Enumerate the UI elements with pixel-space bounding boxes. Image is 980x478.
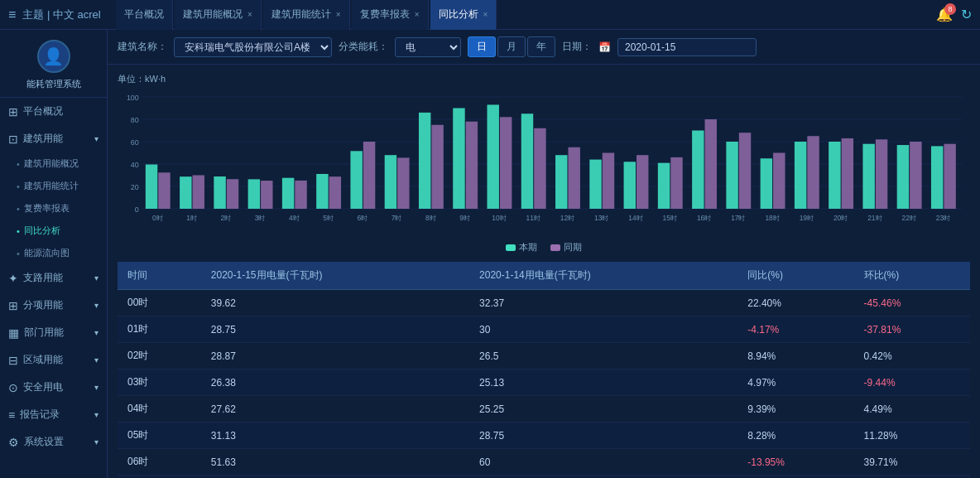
tab-close-icon[interactable]: × [247,10,252,19]
menu-icon: ⊟ [8,354,18,367]
avatar: 👤 [37,40,70,73]
calendar-icon: 📅 [598,41,611,53]
table-cell: 22.40% [737,290,853,316]
tab-close-icon[interactable]: × [483,10,488,19]
chart-legend: 本期 同期 [118,241,970,253]
table-cell: 51.63 [201,449,469,476]
table-cell: 39.62 [201,290,469,316]
sidebar-item-建筑用能[interactable]: ⊡建筑用能▾ [0,125,107,152]
svg-rect-48 [555,155,567,209]
sidebar-item-系统设置[interactable]: ⚙系统设置▾ [0,428,107,456]
date-btn-年[interactable]: 年 [527,36,555,57]
svg-rect-54 [624,162,636,209]
svg-text:60: 60 [131,138,139,147]
sidebar-item-区域用能[interactable]: ⊟区域用能▾ [0,346,107,374]
top-bar-brand: ≡ 主题 | 中文 acrel [8,7,116,22]
svg-text:18时: 18时 [765,214,779,222]
chevron-down-icon: ▾ [94,410,98,419]
table-cell: 31.13 [201,422,469,449]
top-tab-同比分析[interactable]: 同比分析 × [430,0,497,30]
menu-icon: ✦ [8,272,18,285]
table-row: 02时28.8726.58.94%0.42% [118,343,970,369]
svg-text:6时: 6时 [358,214,368,222]
svg-rect-67 [773,153,785,210]
top-title: 主题 | 中文 acrel [22,7,100,22]
top-tabs: 平台概况建筑用能概况 ×建筑用能统计 ×复费率报表 ×同比分析 × [116,0,936,30]
svg-rect-82 [944,144,955,209]
sidebar-item-平台概况[interactable]: ⊞平台概况 [0,98,107,125]
menu-icon: ≡ [8,408,15,422]
legend-prev: 同期 [550,241,582,253]
svg-rect-75 [862,144,874,209]
svg-rect-27 [316,174,328,209]
svg-rect-31 [363,142,375,209]
category-select[interactable]: 电 [395,37,461,57]
building-select[interactable]: 安科瑞电气股份有限公司A楼 [174,37,332,57]
svg-rect-24 [282,178,294,209]
table-header-cell: 2020-1-14用电量(千瓦时) [469,262,737,290]
tab-close-icon[interactable]: × [336,10,341,19]
sidebar-sub-能源流向图[interactable]: 能源流向图 [0,242,107,264]
table-row: 07时4845.635.19%-7.56% [118,476,970,479]
table-row: 00时39.6232.3722.40%-45.46% [118,290,970,316]
svg-text:100: 100 [127,94,139,102]
svg-rect-76 [876,139,887,209]
menu-icon: ⊙ [8,381,18,394]
tab-close-icon[interactable]: × [415,10,420,19]
date-input[interactable] [617,38,757,56]
chevron-down-icon: ▾ [94,383,98,392]
sidebar-item-支路用能[interactable]: ✦支路用能▾ [0,264,107,292]
notification-badge: 8 [944,3,956,15]
svg-rect-43 [500,117,512,209]
data-table: 时间2020-1-15用电量(千瓦时)2020-1-14用电量(千瓦时)同比(%… [118,262,970,478]
svg-text:3时: 3时 [255,214,266,222]
svg-text:4时: 4时 [289,214,300,222]
table-cell: -13.95% [737,449,853,476]
bar-chart: 0204060801000时1时2时3时4时5时6时7时8时9时10时11时12… [118,89,970,238]
table-header: 时间2020-1-15用电量(千瓦时)2020-1-14用电量(千瓦时)同比(%… [118,262,970,290]
svg-rect-70 [807,136,819,209]
sidebar-item-部门用能[interactable]: ▦部门用能▾ [0,319,107,346]
system-title: 能耗管理系统 [26,78,81,90]
menu-label: 安全用电 [23,380,63,394]
menu-label: 部门用能 [24,326,64,340]
table-cell: 00时 [118,290,201,316]
svg-rect-22 [261,181,272,209]
svg-rect-46 [534,128,545,209]
top-tab-建筑用能概况[interactable]: 建筑用能概况 × [175,0,262,30]
refresh-icon[interactable]: ↻ [961,7,972,22]
sidebar-sub-复费率报表[interactable]: 复费率报表 [0,197,107,220]
sidebar: 👤 能耗管理系统 ⊞平台概况⊡建筑用能▾建筑用能概况建筑用能统计复费率报表同比分… [0,30,108,478]
top-tab-建筑用能统计[interactable]: 建筑用能统计 × [263,0,350,30]
table-wrapper: 时间2020-1-15用电量(千瓦时)2020-1-14用电量(千瓦时)同比(%… [108,262,980,478]
svg-rect-25 [295,181,306,209]
table-cell: 9.39% [737,396,853,422]
sidebar-item-分项用能[interactable]: ⊞分项用能▾ [0,292,107,319]
table-cell: -9.44% [854,369,970,396]
chevron-down-icon: ▾ [94,328,98,337]
date-btn-月[interactable]: 月 [497,36,526,57]
svg-text:40: 40 [131,161,139,169]
sidebar-item-报告记录[interactable]: ≡报告记录▾ [0,401,107,428]
sidebar-sub-建筑用能统计[interactable]: 建筑用能统计 [0,175,107,197]
table-cell: 06时 [118,449,201,476]
svg-rect-49 [568,147,579,209]
date-btn-日[interactable]: 日 [468,36,496,57]
table-cell: 4.97% [737,369,853,396]
category-label: 分类能耗： [339,40,388,54]
bell-icon[interactable]: 🔔 8 [936,7,953,22]
menu-label: 平台概况 [23,104,63,118]
sidebar-sub-建筑用能概况[interactable]: 建筑用能概况 [0,152,107,175]
table-cell: 02时 [118,343,201,369]
hamburger-icon[interactable]: ≡ [8,7,16,22]
table-header-cell: 时间 [118,262,201,290]
svg-rect-30 [350,151,362,209]
sidebar-sub-同比分析[interactable]: 同比分析 [0,220,107,242]
svg-text:1时: 1时 [186,214,197,222]
sidebar-item-安全用电[interactable]: ⊙安全用电▾ [0,374,107,401]
table-cell: 01时 [118,316,201,343]
top-tab-平台概况[interactable]: 平台概况 [116,0,173,30]
svg-rect-34 [397,157,409,209]
chevron-down-icon: ▾ [94,134,98,143]
top-tab-复费率报表[interactable]: 复费率报表 × [352,0,429,30]
